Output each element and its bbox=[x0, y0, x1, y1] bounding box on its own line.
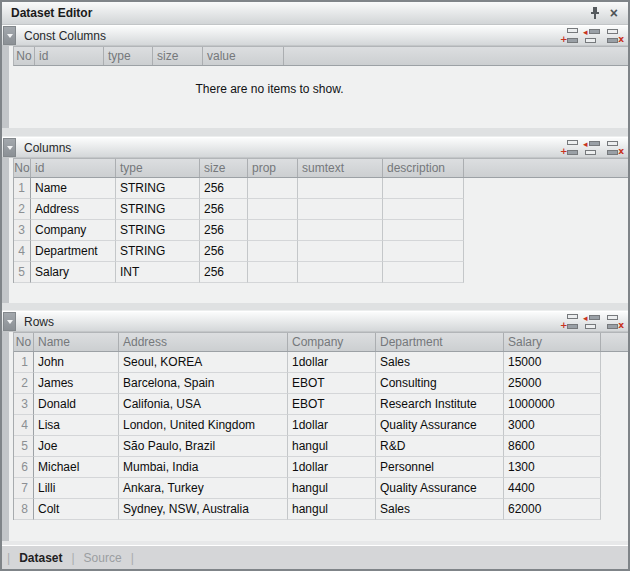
grid-cell[interactable]: James bbox=[34, 373, 119, 394]
grid-cell[interactable] bbox=[383, 262, 464, 283]
row-number-cell[interactable]: 2 bbox=[14, 373, 34, 394]
grid-cell[interactable]: Name bbox=[31, 178, 116, 199]
grid-cell[interactable]: 256 bbox=[200, 199, 248, 220]
grid-cell[interactable]: R&D bbox=[376, 436, 504, 457]
grid-cell[interactable]: Colt bbox=[34, 499, 119, 520]
collapse-arrow-icon[interactable] bbox=[3, 312, 16, 331]
grid-cell[interactable] bbox=[248, 262, 298, 283]
grid-cell[interactable]: London, United Kingdom bbox=[119, 415, 288, 436]
grid-cell[interactable]: Company bbox=[31, 220, 116, 241]
grid-cell[interactable]: STRING bbox=[116, 220, 200, 241]
insert-row-icon[interactable]: ◂ bbox=[583, 28, 601, 44]
columns-toolbar: + ◂ x bbox=[560, 140, 628, 156]
close-icon[interactable]: × bbox=[610, 7, 618, 19]
grid-cell[interactable] bbox=[298, 199, 383, 220]
row-number-cell[interactable]: 4 bbox=[14, 241, 31, 262]
row-number-cell[interactable]: 1 bbox=[14, 178, 31, 199]
add-row-icon[interactable]: + bbox=[560, 140, 578, 156]
grid-cell[interactable]: Sales bbox=[376, 499, 504, 520]
grid-cell[interactable]: 1000000 bbox=[504, 394, 601, 415]
delete-row-icon[interactable]: x bbox=[606, 28, 624, 44]
grid-cell[interactable]: 25000 bbox=[504, 373, 601, 394]
grid-cell[interactable] bbox=[298, 220, 383, 241]
delete-row-icon[interactable]: x bbox=[606, 314, 624, 330]
row-number-cell[interactable]: 5 bbox=[14, 262, 31, 283]
grid-cell[interactable] bbox=[383, 220, 464, 241]
grid-cell[interactable]: Salary bbox=[31, 262, 116, 283]
grid-cell[interactable]: 62000 bbox=[504, 499, 601, 520]
grid-cell[interactable]: INT bbox=[116, 262, 200, 283]
grid-cell[interactable]: Donald bbox=[34, 394, 119, 415]
grid-cell[interactable]: 1dollar bbox=[288, 415, 376, 436]
grid-cell[interactable]: Ankara, Turkey bbox=[119, 478, 288, 499]
grid-cell[interactable] bbox=[298, 241, 383, 262]
grid-cell[interactable]: Seoul, KOREA bbox=[119, 352, 288, 373]
delete-row-icon[interactable]: x bbox=[606, 140, 624, 156]
grid-cell[interactable]: Consulting bbox=[376, 373, 504, 394]
tab-source[interactable]: Source bbox=[84, 551, 122, 565]
grid-cell[interactable]: 256 bbox=[200, 220, 248, 241]
grid-cell[interactable]: 8600 bbox=[504, 436, 601, 457]
grid-cell[interactable] bbox=[298, 262, 383, 283]
grid-cell[interactable]: Michael bbox=[34, 457, 119, 478]
grid-cell[interactable]: Quality Assurance bbox=[376, 478, 504, 499]
grid-cell[interactable]: hangul bbox=[288, 436, 376, 457]
grid-cell[interactable]: STRING bbox=[116, 178, 200, 199]
add-row-icon[interactable]: + bbox=[560, 28, 578, 44]
grid-cell[interactable]: 3000 bbox=[504, 415, 601, 436]
grid-cell[interactable]: EBOT bbox=[288, 373, 376, 394]
grid-cell[interactable]: STRING bbox=[116, 199, 200, 220]
row-number-cell[interactable]: 3 bbox=[14, 220, 31, 241]
grid-cell[interactable]: 1dollar bbox=[288, 457, 376, 478]
grid-cell[interactable]: 15000 bbox=[504, 352, 601, 373]
row-number-cell[interactable]: 6 bbox=[14, 457, 34, 478]
grid-cell[interactable]: Address bbox=[31, 199, 116, 220]
row-number-cell[interactable]: 3 bbox=[14, 394, 34, 415]
grid-cell[interactable]: Sydney, NSW, Australia bbox=[119, 499, 288, 520]
grid-cell[interactable]: hangul bbox=[288, 478, 376, 499]
grid-cell[interactable]: Quality Assurance bbox=[376, 415, 504, 436]
grid-cell[interactable]: Lilli bbox=[34, 478, 119, 499]
row-number-cell[interactable]: 4 bbox=[14, 415, 34, 436]
add-row-icon[interactable]: + bbox=[560, 314, 578, 330]
grid-cell[interactable]: Joe bbox=[34, 436, 119, 457]
row-number-cell[interactable]: 5 bbox=[14, 436, 34, 457]
grid-cell[interactable]: 1300 bbox=[504, 457, 601, 478]
grid-cell[interactable]: 4400 bbox=[504, 478, 601, 499]
grid-cell[interactable]: hangul bbox=[288, 499, 376, 520]
grid-cell[interactable]: Barcelona, Spain bbox=[119, 373, 288, 394]
grid-cell[interactable] bbox=[383, 178, 464, 199]
insert-row-icon[interactable]: ◂ bbox=[583, 314, 601, 330]
grid-cell[interactable] bbox=[248, 220, 298, 241]
grid-cell[interactable] bbox=[383, 241, 464, 262]
tab-dataset[interactable]: Dataset bbox=[19, 551, 62, 565]
grid-cell[interactable]: Personnel bbox=[376, 457, 504, 478]
grid-cell[interactable]: EBOT bbox=[288, 394, 376, 415]
insert-row-icon[interactable]: ◂ bbox=[583, 140, 601, 156]
grid-cell[interactable] bbox=[383, 199, 464, 220]
row-number-cell[interactable]: 1 bbox=[14, 352, 34, 373]
grid-cell[interactable]: 256 bbox=[200, 178, 248, 199]
grid-cell[interactable]: São Paulo, Brazil bbox=[119, 436, 288, 457]
grid-cell[interactable]: Mumbai, India bbox=[119, 457, 288, 478]
collapse-arrow-icon[interactable] bbox=[3, 26, 16, 45]
row-number-cell[interactable]: 7 bbox=[14, 478, 34, 499]
grid-cell[interactable] bbox=[248, 178, 298, 199]
grid-cell[interactable]: Lisa bbox=[34, 415, 119, 436]
pin-icon[interactable] bbox=[590, 7, 600, 19]
grid-cell[interactable]: Department bbox=[31, 241, 116, 262]
grid-cell[interactable] bbox=[248, 199, 298, 220]
row-number-cell[interactable]: 8 bbox=[14, 499, 34, 520]
row-number-cell[interactable]: 2 bbox=[14, 199, 31, 220]
grid-cell[interactable] bbox=[298, 178, 383, 199]
grid-cell[interactable]: 256 bbox=[200, 241, 248, 262]
grid-cell[interactable]: 256 bbox=[200, 262, 248, 283]
grid-cell[interactable]: 1dollar bbox=[288, 352, 376, 373]
grid-cell[interactable]: Research Institute bbox=[376, 394, 504, 415]
grid-cell[interactable]: John bbox=[34, 352, 119, 373]
grid-cell[interactable]: STRING bbox=[116, 241, 200, 262]
grid-cell[interactable]: Califonia, USA bbox=[119, 394, 288, 415]
collapse-arrow-icon[interactable] bbox=[3, 138, 16, 157]
grid-cell[interactable]: Sales bbox=[376, 352, 504, 373]
grid-cell[interactable] bbox=[248, 241, 298, 262]
